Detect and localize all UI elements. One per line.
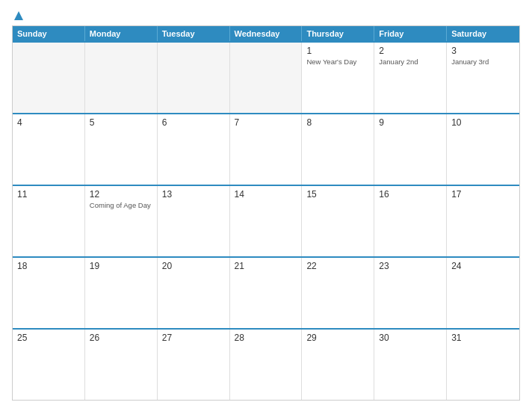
cell-date-number: 22 bbox=[306, 261, 369, 271]
calendar-cell: 23 bbox=[374, 258, 447, 328]
cell-date-number: 11 bbox=[17, 189, 80, 200]
calendar-cell: 16 bbox=[374, 186, 447, 256]
cell-date-number: 19 bbox=[90, 261, 152, 271]
calendar-cell: 5 bbox=[85, 114, 158, 185]
cell-event-label: Coming of Age Day bbox=[90, 201, 152, 210]
calendar-grid: SundayMondayTuesdayWednesdayThursdayFrid… bbox=[12, 25, 520, 401]
calendar-cell: 6 bbox=[158, 114, 230, 185]
cell-date-number: 9 bbox=[379, 117, 442, 128]
logo bbox=[12, 10, 24, 21]
calendar-cell: 8 bbox=[302, 114, 374, 185]
cell-date-number: 31 bbox=[451, 333, 515, 343]
cell-date-number: 2 bbox=[379, 46, 442, 56]
calendar-cell: 29 bbox=[302, 330, 374, 400]
calendar-cell: 24 bbox=[447, 258, 519, 328]
calendar-cell: 18 bbox=[13, 258, 85, 328]
calendar-cell: 31 bbox=[447, 330, 519, 400]
cell-date-number: 25 bbox=[17, 333, 80, 343]
calendar-cell: 2January 2nd bbox=[374, 43, 447, 113]
cell-event-label: January 3rd bbox=[451, 58, 515, 67]
calendar-cell: 30 bbox=[374, 330, 447, 400]
calendar-week-row: 25262728293031 bbox=[13, 328, 519, 400]
calendar-header-cell: Tuesday bbox=[158, 26, 230, 41]
cell-date-number: 10 bbox=[451, 117, 515, 128]
calendar-cell: 9 bbox=[374, 114, 447, 185]
cell-date-number: 14 bbox=[235, 189, 297, 200]
calendar-cell: 7 bbox=[230, 114, 303, 185]
calendar-cell: 1New Year's Day bbox=[302, 43, 374, 113]
calendar-header-cell: Saturday bbox=[447, 26, 519, 41]
cell-date-number: 7 bbox=[235, 117, 297, 128]
calendar-cell bbox=[158, 43, 230, 113]
calendar-cell bbox=[230, 43, 303, 113]
calendar-header-cell: Thursday bbox=[302, 26, 374, 41]
calendar-cell: 3January 3rd bbox=[447, 43, 519, 113]
cell-date-number: 20 bbox=[162, 261, 225, 271]
calendar-cell: 13 bbox=[158, 186, 230, 256]
cell-date-number: 30 bbox=[379, 333, 442, 343]
calendar-cell bbox=[85, 43, 158, 113]
calendar-week-row: 1New Year's Day2January 2nd3January 3rd bbox=[13, 41, 519, 113]
cell-date-number: 5 bbox=[90, 117, 152, 128]
calendar-cell: 26 bbox=[85, 330, 158, 400]
cell-date-number: 18 bbox=[17, 261, 80, 271]
logo-icon bbox=[13, 10, 24, 21]
cell-date-number: 12 bbox=[90, 189, 152, 200]
cell-event-label: January 2nd bbox=[379, 58, 442, 67]
calendar-header-cell: Wednesday bbox=[230, 26, 303, 41]
calendar-week-row: 1112Coming of Age Day1314151617 bbox=[13, 185, 519, 256]
cell-date-number: 4 bbox=[17, 117, 80, 128]
calendar-cell: 15 bbox=[302, 186, 374, 256]
cell-date-number: 24 bbox=[451, 261, 515, 271]
calendar-cell: 28 bbox=[230, 330, 303, 400]
calendar-cell: 4 bbox=[13, 114, 85, 185]
calendar-cell: 12Coming of Age Day bbox=[85, 186, 158, 256]
calendar-cell: 27 bbox=[158, 330, 230, 400]
cell-date-number: 13 bbox=[162, 189, 225, 200]
cell-date-number: 26 bbox=[90, 333, 152, 343]
calendar-header-cell: Sunday bbox=[13, 26, 85, 41]
calendar-cell: 19 bbox=[85, 258, 158, 328]
calendar-cell: 17 bbox=[447, 186, 519, 256]
calendar-cell: 20 bbox=[158, 258, 230, 328]
calendar-cell: 11 bbox=[13, 186, 85, 256]
calendar-cell: 22 bbox=[302, 258, 374, 328]
cell-date-number: 1 bbox=[306, 46, 369, 56]
cell-date-number: 8 bbox=[306, 117, 369, 128]
calendar-cell: 10 bbox=[447, 114, 519, 185]
page-header bbox=[12, 10, 520, 21]
cell-date-number: 27 bbox=[162, 333, 225, 343]
calendar-cell: 14 bbox=[230, 186, 303, 256]
cell-date-number: 29 bbox=[306, 333, 369, 343]
calendar-week-row: 45678910 bbox=[13, 113, 519, 185]
calendar-header-row: SundayMondayTuesdayWednesdayThursdayFrid… bbox=[13, 26, 519, 41]
svg-marker-0 bbox=[14, 11, 23, 20]
cell-date-number: 6 bbox=[162, 117, 225, 128]
calendar-header-cell: Friday bbox=[374, 26, 447, 41]
cell-date-number: 15 bbox=[306, 189, 369, 200]
cell-date-number: 23 bbox=[379, 261, 442, 271]
cell-event-label: New Year's Day bbox=[306, 58, 369, 67]
calendar-cell: 25 bbox=[13, 330, 85, 400]
calendar-header-cell: Monday bbox=[85, 26, 158, 41]
calendar-week-row: 18192021222324 bbox=[13, 256, 519, 328]
calendar-body: 1New Year's Day2January 2nd3January 3rd4… bbox=[13, 41, 519, 400]
calendar-page: SundayMondayTuesdayWednesdayThursdayFrid… bbox=[0, 0, 532, 411]
cell-date-number: 16 bbox=[379, 189, 442, 200]
cell-date-number: 3 bbox=[451, 46, 515, 56]
calendar-cell: 21 bbox=[230, 258, 303, 328]
cell-date-number: 28 bbox=[235, 333, 297, 343]
cell-date-number: 21 bbox=[235, 261, 297, 271]
calendar-cell bbox=[13, 43, 85, 113]
cell-date-number: 17 bbox=[451, 189, 515, 200]
